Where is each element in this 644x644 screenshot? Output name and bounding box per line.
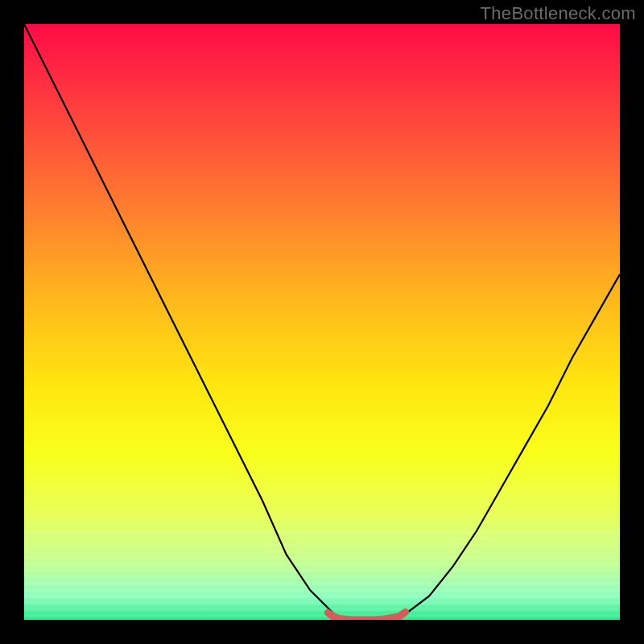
trough-marker-line bbox=[328, 612, 405, 620]
chart-frame: TheBottleneck.com bbox=[0, 0, 644, 644]
chart-svg bbox=[24, 24, 620, 620]
watermark-text: TheBottleneck.com bbox=[481, 3, 636, 24]
plot-area bbox=[24, 24, 620, 620]
main-curve-line bbox=[24, 24, 620, 620]
